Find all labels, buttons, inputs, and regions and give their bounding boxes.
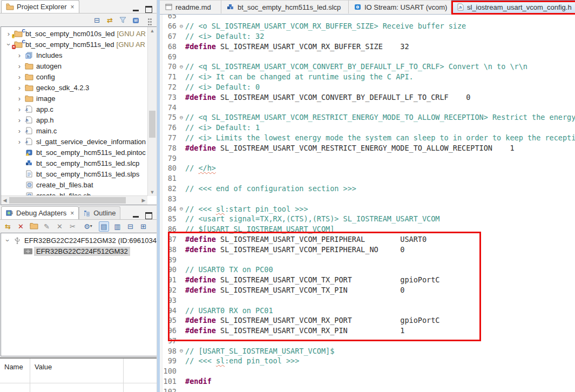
tree-item[interactable]: ›autogen — [1, 60, 147, 71]
settings-icon[interactable]: ⚙▾ — [81, 222, 95, 231]
code-line[interactable]: 80// </h> — [163, 163, 575, 173]
tree-item[interactable]: ›.csl_gatt_service_device_information — [1, 136, 147, 147]
code-line[interactable]: 97 — [163, 336, 575, 346]
column-divider[interactable] — [30, 359, 30, 392]
code-line[interactable]: 67// <i> Default: 32 — [163, 31, 575, 42]
chevron-right-icon[interactable]: › — [15, 84, 24, 92]
fold-minus-icon[interactable]: ⊖ — [178, 347, 185, 354]
close-icon[interactable]: × — [70, 3, 74, 11]
view-hierarchy-icon[interactable]: ▥ — [113, 222, 122, 231]
tree-item[interactable]: bt_soc_empty_hcm511s_led.slps — [1, 168, 147, 179]
minimize-icon[interactable] — [133, 216, 139, 218]
tree-item[interactable]: ›.happ.h — [1, 114, 147, 125]
maximize-icon[interactable] — [145, 212, 152, 219]
chevron-right-icon[interactable]: › — [15, 116, 24, 124]
tree-item[interactable]: EFR32BG22C224F512GM32 — [1, 246, 157, 256]
code-line[interactable]: 78#define SL_IOSTREAM_USART_VCOM_RESTRIC… — [163, 143, 575, 153]
editor-tab[interactable]: bt_soc_empty_hcm511s_led.slcp — [221, 0, 349, 13]
tree-item[interactable]: ›hIncludes — [1, 50, 147, 60]
view-flat-icon[interactable]: ▤ — [99, 221, 109, 232]
code-line[interactable]: 90// USART0 TX on PC00 — [163, 265, 575, 275]
tree-item[interactable]: ›image — [1, 93, 147, 104]
code-line[interactable]: 82// <<< end of configuration section >>… — [163, 184, 575, 194]
editor-tab[interactable]: IO Stream: USART (vcom) — [349, 0, 451, 13]
code-line[interactable]: 92#define SL_IOSTREAM_USART_VCOM_TX_PIN … — [163, 285, 575, 295]
chevron-right-icon[interactable]: › — [15, 94, 24, 103]
fold-minus-icon[interactable]: ⊖ — [178, 23, 185, 30]
code-line[interactable]: 83 — [163, 193, 575, 204]
code-line[interactable]: 93 — [163, 295, 575, 305]
detach-icon[interactable]: ✂ — [68, 222, 77, 231]
code-line[interactable]: 68#define SL_IOSTREAM_USART_VCOM_RX_BUFF… — [163, 41, 575, 51]
filter-icon[interactable] — [118, 15, 127, 25]
maximize-icon[interactable] — [145, 6, 152, 13]
horizontal-scrollbar[interactable]: ◀ ▶ — [1, 195, 147, 205]
collapse-all-icon[interactable]: ⊟ — [126, 222, 135, 231]
code-line[interactable]: 71// <i> It can be changed at runtime us… — [163, 72, 575, 82]
tree-item[interactable]: ›gecko_sdk_4.2.3 — [1, 82, 147, 93]
code-line[interactable]: 102 — [163, 386, 575, 392]
code-line[interactable]: 94// USART0 RX on PC01 — [163, 305, 575, 315]
code-line[interactable]: 88#define SL_IOSTREAM_USART_VCOM_PERIPHE… — [163, 244, 575, 254]
code-line[interactable]: 74 — [163, 102, 575, 112]
close-icon[interactable]: × — [70, 209, 74, 217]
code-line[interactable]: 100 — [163, 366, 575, 376]
tree-item[interactable]: bt_soc_empty_hcm511s_led.slcp — [1, 158, 147, 168]
link-with-editor-icon[interactable]: ⇄ — [105, 16, 114, 25]
tab-project-explorer[interactable]: Project Explorer × — [1, 0, 79, 13]
new-group-icon[interactable] — [29, 221, 38, 231]
code-line[interactable]: 81 — [163, 173, 575, 184]
vertical-scrollbar[interactable]: ▲ ▼ — [147, 27, 157, 196]
code-line[interactable]: 65 — [163, 15, 575, 21]
chevron-right-icon[interactable]: › — [15, 73, 24, 81]
editor-tab[interactable]: .hsl_iostream_usart_vcom_config.h — [451, 0, 575, 13]
code-line[interactable]: 75⊖// <q SL_IOSTREAM_USART_VCOM_RESTRICT… — [163, 112, 575, 123]
tab-outline[interactable]: Outline — [79, 206, 120, 219]
code-line[interactable]: 86// $[USART_SL_IOSTREAM_USART_VCOM] — [163, 224, 575, 234]
chevron-right-icon[interactable]: › — [15, 62, 24, 70]
code-line[interactable]: 99// <<< sl:end pin_tool >>> — [163, 356, 575, 366]
code-line[interactable]: 77// <i> Limits the lowest energy mode t… — [163, 133, 575, 143]
column-header-name[interactable]: Name — [4, 363, 23, 371]
column-divider[interactable] — [123, 359, 124, 392]
tree-item[interactable]: bt_soc_empty_hcm511s_led.pintoc — [1, 147, 147, 158]
fold-minus-icon[interactable]: ⊖ — [178, 205, 185, 212]
code-line[interactable]: 89 — [163, 254, 575, 265]
refresh-icon[interactable]: ⇆ — [3, 222, 12, 231]
chevron-right-icon[interactable]: › — [15, 105, 24, 113]
code-editor[interactable]: 6566⊖// <o SL_IOSTREAM_USART_VCOM_RX_BUF… — [160, 15, 575, 392]
code-line[interactable]: 73#define SL_IOSTREAM_USART_VCOM_CONVERT… — [163, 92, 575, 102]
code-line[interactable]: 76// <i> Default: 1 — [163, 123, 575, 133]
code-line[interactable]: 72// <i> Default: 0 — [163, 82, 575, 92]
expressions-table[interactable]: Name Value — [0, 357, 157, 392]
code-line[interactable]: 66⊖// <o SL_IOSTREAM_USART_VCOM_RX_BUFFE… — [163, 21, 575, 31]
rename-icon[interactable]: ✎ — [42, 222, 51, 231]
chevron-down-icon[interactable]: › — [4, 236, 12, 245]
column-header-value[interactable]: Value — [35, 363, 52, 371]
tree-item[interactable]: ›C!bt_soc_empty_hcm010s_led[GNU AR — [1, 28, 147, 39]
collapse-all-icon[interactable]: ⊟ — [92, 16, 102, 25]
chevron-right-icon[interactable]: › — [15, 51, 24, 59]
tree-item[interactable]: ›config — [1, 71, 147, 82]
chevron-right-icon[interactable]: › — [15, 127, 24, 135]
tab-debug-adapters[interactable]: Debug Adapters × — [1, 206, 79, 219]
tree-item[interactable]: ›C×bt_soc_empty_hcm511s_led[GNU AR — [1, 39, 147, 50]
fold-minus-icon[interactable]: ⊖ — [178, 114, 185, 121]
code-line[interactable]: 85// <usart signal=TX,RX,(CTS),(RTS)> SL… — [163, 214, 575, 224]
delete-icon[interactable]: ✕ — [55, 222, 64, 231]
code-line[interactable]: 84⊖// <<< sl:start pin_tool >>> — [163, 204, 575, 214]
code-line[interactable]: 79 — [163, 153, 575, 163]
code-line[interactable]: 69 — [163, 51, 575, 62]
expand-all-icon[interactable]: ⊞ — [139, 222, 148, 231]
code-line[interactable]: 95#define SL_IOSTREAM_USART_VCOM_RX_PORT… — [163, 315, 575, 326]
tree-item[interactable]: ›EFR32BG22C224F512GM32 (ID:69610348) — [1, 235, 157, 246]
editor-tab[interactable]: readme.md — [160, 0, 221, 13]
fold-minus-icon[interactable]: ⊖ — [178, 63, 185, 70]
code-line[interactable]: 91#define SL_IOSTREAM_USART_VCOM_TX_PORT… — [163, 275, 575, 285]
chevron-right-icon[interactable]: › — [15, 138, 24, 146]
tree-item[interactable]: ›.cmain.c — [1, 125, 147, 136]
tree-item[interactable]: ›.capp.c — [1, 104, 147, 114]
studio-view-icon[interactable]: si — [131, 15, 140, 25]
code-line[interactable]: 87#define SL_IOSTREAM_USART_VCOM_PERIPHE… — [163, 234, 575, 245]
disconnect-icon[interactable]: ✕ — [16, 222, 25, 231]
